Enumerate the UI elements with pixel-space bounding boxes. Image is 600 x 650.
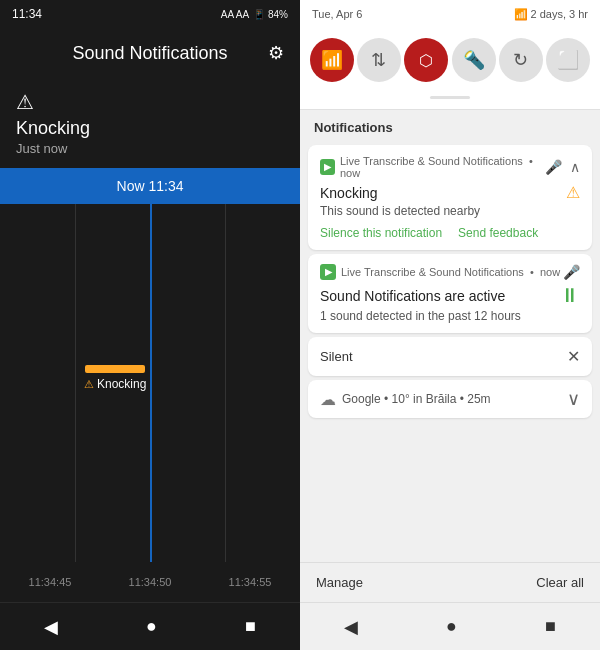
axis-label-2: 11:34:55 (229, 576, 272, 588)
scroll-indicator (430, 96, 470, 99)
timeline-container: Now 11:34 ⚠ Knocking 11:34:45 11:34:5 (0, 168, 300, 602)
signal-icon: AA AA (221, 9, 249, 20)
silence-notification-btn[interactable]: Silence this notification (320, 226, 442, 240)
status-date: Tue, Apr 6 (312, 8, 362, 20)
clear-all-button[interactable]: Clear all (536, 575, 584, 590)
timeline-now-label: Now 11:34 (117, 178, 184, 194)
event-warning-icon: ⚠ (84, 378, 94, 391)
manage-button[interactable]: Manage (316, 575, 363, 590)
mic-icon-2[interactable]: 🎤 (563, 264, 580, 280)
page-title: Sound Notifications (72, 43, 227, 64)
recents-nav-right[interactable]: ■ (545, 616, 556, 637)
home-nav-left[interactable]: ● (146, 616, 157, 637)
silent-section: Silent ✕ (308, 337, 592, 376)
nav-bar-right: ◀ ● ■ (300, 602, 600, 650)
notif-source-2: ▶ Live Transcribe & Sound Notifications … (320, 264, 563, 280)
warning-icon-card-1: ⚠ (566, 183, 580, 202)
bluetooth-toggle[interactable]: ⬡ (404, 38, 448, 82)
status-right-icons: 📶 2 days, 3 hr (514, 8, 588, 21)
grid-line-3 (225, 204, 226, 562)
back-nav-right[interactable]: ◀ (344, 616, 358, 638)
sound-bar (85, 365, 145, 373)
timeline-cursor (150, 204, 152, 562)
silent-label: Silent (320, 349, 353, 364)
collapse-icon-1[interactable]: ∧ (570, 159, 580, 175)
bottom-bar: Manage Clear all (300, 562, 600, 602)
sound-event-text: Knocking (97, 377, 146, 391)
screen-toggle[interactable]: ⬜ (546, 38, 590, 82)
signal-right-icon: 📶 (514, 8, 528, 21)
app-icon-transcribe-1: ▶ (320, 159, 335, 175)
notification-card-knocking: ▶ Live Transcribe & Sound Notifications … (308, 145, 592, 250)
battery-left-icon: 📱 84% (253, 9, 288, 20)
grid-line-1 (75, 204, 76, 562)
flashlight-toggle[interactable]: 🔦 (452, 38, 496, 82)
notif-body-1: This sound is detected nearby (320, 204, 580, 218)
notif-title-1: Knocking ⚠ (320, 183, 580, 202)
knocking-warning-icon: ⚠ (16, 90, 284, 114)
notif-source-1: ▶ Live Transcribe & Sound Notifications … (320, 155, 545, 179)
data-toggle[interactable]: ⇅ (357, 38, 401, 82)
settings-icon[interactable]: ⚙ (268, 42, 284, 64)
sound-event-knocking: ⚠ Knocking (84, 365, 146, 391)
status-time-left: 11:34 (12, 7, 42, 21)
notif-body-2: 1 sound detected in the past 12 hours (320, 309, 580, 323)
notifications-section[interactable]: Notifications ▶ Live Transcribe & Sound … (300, 110, 600, 562)
status-bar-left: 11:34 AA AA 📱 84% (0, 0, 300, 28)
notif-buttons-1: Silence this notification Send feedback (320, 226, 580, 240)
notif-card-header-1: ▶ Live Transcribe & Sound Notifications … (320, 155, 580, 179)
status-icons-left: AA AA 📱 84% (221, 9, 288, 20)
left-panel: 11:34 AA AA 📱 84% Sound Notifications ⚙ … (0, 0, 300, 650)
right-panel: Tue, Apr 6 📶 2 days, 3 hr 📶 ⇅ ⬡ 🔦 ↻ ⬜ No… (300, 0, 600, 650)
notif-source-text-1: Live Transcribe & Sound Notifications • … (340, 155, 545, 179)
weather-expand-icon[interactable]: ∨ (567, 388, 580, 410)
notification-title: Knocking (16, 118, 284, 139)
home-nav-right[interactable]: ● (446, 616, 457, 637)
back-nav-left[interactable]: ◀ (44, 616, 58, 638)
timeline-now-bar: Now 11:34 (0, 168, 300, 204)
notif-source-text-2: Live Transcribe & Sound Notifications • … (341, 266, 560, 278)
silent-close-icon[interactable]: ✕ (567, 347, 580, 366)
notification-time: Just now (16, 141, 284, 156)
notif-card-header-2: ▶ Live Transcribe & Sound Notifications … (320, 264, 580, 280)
sync-toggle[interactable]: ↻ (499, 38, 543, 82)
pause-icon[interactable]: ⏸ (560, 284, 580, 307)
timeline-axis: 11:34:45 11:34:50 11:34:55 (0, 562, 300, 602)
notification-card: ⚠ Knocking Just now (0, 78, 300, 168)
weather-left: ☁ Google • 10° in Brăila • 25m (320, 390, 491, 409)
axis-label-0: 11:34:45 (29, 576, 72, 588)
send-feedback-btn[interactable]: Send feedback (458, 226, 538, 240)
app-header: Sound Notifications ⚙ (0, 28, 300, 78)
app-icon-transcribe-2: ▶ (320, 264, 336, 280)
notif-title-2: Sound Notifications are active ⏸ (320, 284, 580, 307)
notif-actions-right-2: 🎤 (563, 264, 580, 280)
quick-toggles: 📶 ⇅ ⬡ 🔦 ↻ ⬜ (300, 28, 600, 96)
sound-event-label: ⚠ Knocking (84, 377, 146, 391)
axis-label-1: 11:34:50 (129, 576, 172, 588)
timeline-chart: ⚠ Knocking (0, 204, 300, 562)
cloud-icon: ☁ (320, 390, 336, 409)
battery-text: 2 days, 3 hr (531, 8, 588, 20)
quick-settings: Tue, Apr 6 📶 2 days, 3 hr 📶 ⇅ ⬡ 🔦 ↻ ⬜ (300, 0, 600, 110)
wifi-toggle[interactable]: 📶 (310, 38, 354, 82)
notif-actions-right-1: 🎤 ∧ (545, 159, 580, 175)
status-bar-right: Tue, Apr 6 📶 2 days, 3 hr (300, 0, 600, 28)
notifications-header: Notifications (300, 110, 600, 141)
mic-icon-1[interactable]: 🎤 (545, 159, 562, 175)
weather-text: Google • 10° in Brăila • 25m (342, 392, 491, 406)
nav-bar-left: ◀ ● ■ (0, 602, 300, 650)
notification-card-active: ▶ Live Transcribe & Sound Notifications … (308, 254, 592, 333)
weather-card[interactable]: ☁ Google • 10° in Brăila • 25m ∨ (308, 380, 592, 418)
recents-nav-left[interactable]: ■ (245, 616, 256, 637)
